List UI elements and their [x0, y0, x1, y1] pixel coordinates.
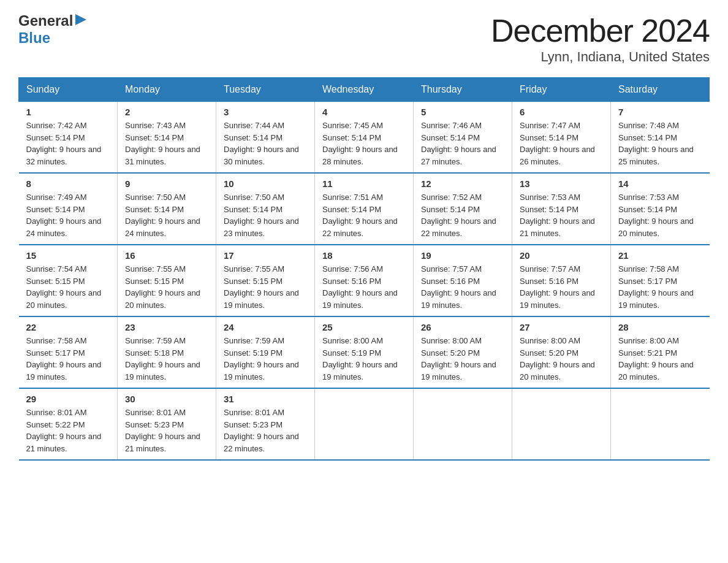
logo: General Blue: [18, 12, 88, 47]
table-row: 22 Sunrise: 7:58 AM Sunset: 5:17 PM Dayl…: [19, 316, 118, 388]
sunset-label: Sunset: 5:19 PM: [224, 348, 282, 358]
table-row: 12 Sunrise: 7:52 AM Sunset: 5:14 PM Dayl…: [414, 173, 512, 245]
table-row: 18 Sunrise: 7:56 AM Sunset: 5:16 PM Dayl…: [315, 245, 414, 316]
table-row: 9 Sunrise: 7:50 AM Sunset: 5:14 PM Dayli…: [118, 173, 216, 245]
logo-blue-text: Blue: [18, 29, 50, 47]
table-row: 19 Sunrise: 7:57 AM Sunset: 5:16 PM Dayl…: [414, 245, 512, 316]
day-info: Sunrise: 7:51 AM Sunset: 5:14 PM Dayligh…: [322, 191, 406, 239]
day-number: 20: [520, 250, 603, 261]
header-monday: Monday: [118, 78, 216, 102]
sunset-label: Sunset: 5:23 PM: [125, 420, 184, 429]
day-number: 8: [26, 178, 110, 189]
sunrise-label: Sunrise: 7:46 AM: [421, 121, 482, 130]
calendar-week-row: 15 Sunrise: 7:54 AM Sunset: 5:15 PM Dayl…: [19, 245, 710, 316]
sunset-label: Sunset: 5:23 PM: [224, 420, 282, 429]
sunset-label: Sunset: 5:14 PM: [520, 133, 578, 142]
sunrise-label: Sunrise: 8:01 AM: [125, 408, 186, 417]
day-number: 9: [125, 178, 208, 189]
day-number: 3: [224, 107, 307, 117]
sunrise-label: Sunrise: 7:50 AM: [224, 193, 284, 202]
sunrise-label: Sunrise: 7:53 AM: [520, 193, 580, 202]
calendar-table: Sunday Monday Tuesday Wednesday Thursday…: [18, 77, 710, 461]
day-number: 23: [125, 322, 208, 332]
table-row: 29 Sunrise: 8:01 AM Sunset: 5:22 PM Dayl…: [19, 388, 118, 460]
day-number: 18: [322, 250, 406, 261]
sunrise-label: Sunrise: 7:56 AM: [322, 264, 383, 274]
day-number: 24: [224, 322, 307, 332]
table-row: 1 Sunrise: 7:42 AM Sunset: 5:14 PM Dayli…: [19, 102, 118, 174]
day-info: Sunrise: 7:56 AM Sunset: 5:16 PM Dayligh…: [322, 263, 406, 311]
day-number: 4: [322, 107, 406, 117]
day-info: Sunrise: 7:42 AM Sunset: 5:14 PM Dayligh…: [26, 120, 110, 167]
table-row: 4 Sunrise: 7:45 AM Sunset: 5:14 PM Dayli…: [315, 102, 414, 174]
day-number: 22: [26, 322, 110, 332]
daylight-label: Daylight: 9 hours and 19 minutes.: [322, 360, 398, 381]
sunrise-label: Sunrise: 7:53 AM: [618, 193, 679, 202]
sunset-label: Sunset: 5:14 PM: [520, 205, 578, 214]
day-number: 11: [322, 178, 406, 189]
table-row: 7 Sunrise: 7:48 AM Sunset: 5:14 PM Dayli…: [611, 102, 710, 174]
day-info: Sunrise: 8:01 AM Sunset: 5:23 PM Dayligh…: [125, 407, 208, 454]
table-row: 14 Sunrise: 7:53 AM Sunset: 5:14 PM Dayl…: [611, 173, 710, 245]
table-row: 17 Sunrise: 7:55 AM Sunset: 5:15 PM Dayl…: [216, 245, 315, 316]
table-row: 10 Sunrise: 7:50 AM Sunset: 5:14 PM Dayl…: [216, 173, 315, 245]
sunrise-label: Sunrise: 8:00 AM: [322, 336, 383, 345]
table-row: [611, 388, 710, 460]
header-tuesday: Tuesday: [216, 78, 315, 102]
logo-general-text: General: [18, 12, 73, 29]
sunset-label: Sunset: 5:18 PM: [125, 348, 184, 358]
table-row: 21 Sunrise: 7:58 AM Sunset: 5:17 PM Dayl…: [611, 245, 710, 316]
header-saturday: Saturday: [611, 78, 710, 102]
sunset-label: Sunset: 5:14 PM: [224, 205, 282, 214]
table-row: 25 Sunrise: 8:00 AM Sunset: 5:19 PM Dayl…: [315, 316, 414, 388]
day-number: 27: [520, 322, 603, 332]
day-number: 10: [224, 178, 307, 189]
sunrise-label: Sunrise: 8:00 AM: [618, 336, 679, 345]
daylight-label: Daylight: 9 hours and 22 minutes.: [421, 216, 496, 238]
daylight-label: Daylight: 9 hours and 20 minutes.: [26, 288, 102, 310]
day-info: Sunrise: 7:55 AM Sunset: 5:15 PM Dayligh…: [224, 263, 307, 311]
day-number: 28: [618, 322, 702, 332]
table-row: 26 Sunrise: 8:00 AM Sunset: 5:20 PM Dayl…: [414, 316, 512, 388]
day-info: Sunrise: 7:58 AM Sunset: 5:17 PM Dayligh…: [26, 335, 110, 383]
daylight-label: Daylight: 9 hours and 22 minutes.: [224, 432, 299, 453]
day-info: Sunrise: 7:45 AM Sunset: 5:14 PM Dayligh…: [322, 120, 406, 167]
sunrise-label: Sunrise: 7:52 AM: [421, 193, 482, 202]
day-number: 26: [421, 322, 504, 332]
day-number: 5: [421, 107, 504, 117]
table-row: 11 Sunrise: 7:51 AM Sunset: 5:14 PM Dayl…: [315, 173, 414, 245]
table-row: [315, 388, 414, 460]
sunset-label: Sunset: 5:22 PM: [26, 420, 85, 429]
daylight-label: Daylight: 9 hours and 31 minutes.: [125, 145, 200, 166]
calendar-week-row: 1 Sunrise: 7:42 AM Sunset: 5:14 PM Dayli…: [19, 102, 710, 174]
sunrise-label: Sunrise: 8:00 AM: [421, 336, 482, 345]
day-info: Sunrise: 7:53 AM Sunset: 5:14 PM Dayligh…: [520, 191, 603, 239]
table-row: 27 Sunrise: 8:00 AM Sunset: 5:20 PM Dayl…: [512, 316, 611, 388]
header-wednesday: Wednesday: [315, 78, 414, 102]
daylight-label: Daylight: 9 hours and 21 minutes.: [520, 216, 595, 238]
sunrise-label: Sunrise: 7:49 AM: [26, 193, 87, 202]
sunset-label: Sunset: 5:20 PM: [520, 348, 578, 358]
day-number: 13: [520, 178, 603, 189]
sunrise-label: Sunrise: 7:58 AM: [618, 264, 679, 274]
sunrise-label: Sunrise: 7:59 AM: [125, 336, 186, 345]
daylight-label: Daylight: 9 hours and 20 minutes.: [618, 360, 694, 381]
daylight-label: Daylight: 9 hours and 23 minutes.: [224, 216, 299, 238]
day-number: 12: [421, 178, 504, 189]
day-number: 17: [224, 250, 307, 261]
sunset-label: Sunset: 5:14 PM: [26, 205, 85, 214]
sunset-label: Sunset: 5:14 PM: [421, 133, 480, 142]
day-info: Sunrise: 8:00 AM Sunset: 5:20 PM Dayligh…: [421, 335, 504, 383]
day-info: Sunrise: 8:00 AM Sunset: 5:21 PM Dayligh…: [618, 335, 702, 383]
daylight-label: Daylight: 9 hours and 20 minutes.: [520, 360, 595, 381]
day-info: Sunrise: 7:57 AM Sunset: 5:16 PM Dayligh…: [520, 263, 603, 311]
calendar-week-row: 8 Sunrise: 7:49 AM Sunset: 5:14 PM Dayli…: [19, 173, 710, 245]
calendar-title: December 2024: [491, 12, 710, 49]
daylight-label: Daylight: 9 hours and 19 minutes.: [26, 360, 102, 381]
daylight-label: Daylight: 9 hours and 19 minutes.: [322, 288, 398, 310]
sunrise-label: Sunrise: 7:50 AM: [125, 193, 186, 202]
sunrise-label: Sunrise: 7:43 AM: [125, 121, 186, 130]
calendar-week-row: 22 Sunrise: 7:58 AM Sunset: 5:17 PM Dayl…: [19, 316, 710, 388]
sunset-label: Sunset: 5:14 PM: [322, 205, 381, 214]
sunset-label: Sunset: 5:16 PM: [421, 277, 480, 286]
